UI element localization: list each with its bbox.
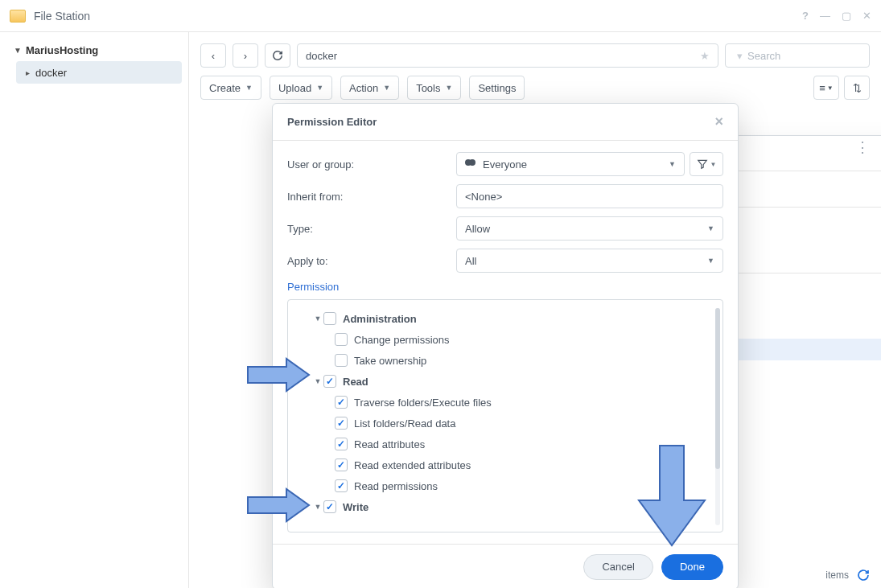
perm-item-list[interactable]: List folders/Read data [294, 413, 716, 434]
reload-icon[interactable] [857, 569, 870, 582]
perm-group-write[interactable]: ▼ Write [294, 496, 716, 517]
perm-group-administration[interactable]: ▼ Administration [294, 308, 716, 329]
chevron-down-icon[interactable]: ▼ [312, 315, 323, 323]
sidebar-root-label: MariusHosting [26, 44, 98, 56]
perm-item-read-perms[interactable]: Read permissions [294, 475, 716, 496]
sidebar-item-docker[interactable]: ▸ docker [16, 61, 182, 84]
group-icon [465, 159, 478, 169]
path-text: docker [306, 50, 337, 62]
permission-editor-title: Permission Editor [287, 116, 377, 128]
upload-button[interactable]: Upload▼ [270, 76, 332, 100]
checkbox[interactable] [335, 438, 348, 450]
type-label: Type: [287, 223, 456, 235]
checkbox[interactable] [335, 479, 348, 492]
permission-tree: ▼ Administration Change permissions Take… [287, 299, 723, 532]
more-menu-icon[interactable]: ⋮ [855, 138, 870, 156]
user-or-group-value: Everyone [483, 158, 527, 171]
sidebar-item-label: docker [35, 67, 67, 79]
checkbox[interactable] [335, 458, 348, 471]
permission-editor-modal: Permission Editor × User or group: Every… [272, 103, 739, 588]
chevron-down-icon[interactable]: ▼ [312, 503, 323, 511]
apply-to-select[interactable]: All▼ [456, 249, 723, 273]
perm-group-read[interactable]: ▼ Read [294, 371, 716, 392]
minimize-icon[interactable]: — [820, 10, 830, 22]
footer-info: items [825, 569, 870, 582]
chevron-down-icon[interactable]: ▼ [312, 377, 323, 385]
chevron-down-icon: ▼ [669, 160, 676, 168]
apply-to-label: Apply to: [287, 255, 456, 267]
chevron-down-icon: ▼ [13, 46, 23, 55]
chevron-right-icon: ▸ [23, 68, 32, 77]
read-checkbox[interactable] [323, 375, 336, 388]
checkbox[interactable] [335, 354, 348, 367]
permission-section-label: Permission [287, 281, 723, 293]
cancel-button[interactable]: Cancel [583, 554, 653, 580]
funnel-icon [697, 158, 708, 170]
items-count-label: items [825, 569, 849, 581]
search-box[interactable]: ▾ [725, 43, 870, 68]
app-folder-icon [10, 10, 26, 23]
nav-forward-button[interactable]: › [233, 43, 258, 68]
create-button[interactable]: Create▼ [200, 76, 261, 100]
inherit-from-label: Inherit from: [287, 191, 456, 203]
search-input[interactable] [747, 50, 881, 62]
done-button[interactable]: Done [661, 554, 723, 580]
chevron-down-icon: ▼ [707, 224, 714, 232]
filter-button[interactable]: ▼ [690, 152, 723, 176]
perm-item-change-permissions[interactable]: Change permissions [294, 329, 716, 350]
write-checkbox[interactable] [323, 500, 336, 513]
perm-item-take-ownership[interactable]: Take ownership [294, 350, 716, 371]
action-button[interactable]: Action▼ [340, 76, 399, 100]
refresh-icon [272, 50, 283, 61]
sidebar-root[interactable]: ▼ MariusHosting [6, 39, 182, 61]
perm-item-traverse[interactable]: Traverse folders/Execute files [294, 392, 716, 413]
search-separator: ▾ [737, 50, 743, 62]
app-title: File Station [34, 10, 90, 23]
view-list-button[interactable]: ≡ ▼ [813, 76, 839, 100]
checkbox[interactable] [335, 396, 348, 409]
perm-item-read-attr[interactable]: Read attributes [294, 434, 716, 454]
scrollbar-thumb[interactable] [715, 308, 720, 469]
maximize-icon[interactable]: ▢ [842, 10, 851, 22]
nav-back-button[interactable]: ‹ [200, 43, 226, 68]
tools-button[interactable]: Tools▼ [407, 76, 461, 100]
help-icon[interactable]: ? [802, 10, 809, 22]
user-or-group-select[interactable]: Everyone ▼ [456, 152, 685, 176]
perm-item-read-ext-attr[interactable]: Read extended attributes [294, 454, 716, 475]
titlebar: File Station ? — ▢ ✕ [0, 0, 881, 32]
chevron-down-icon: ▼ [707, 257, 714, 265]
checkbox[interactable] [335, 333, 348, 346]
administration-checkbox[interactable] [323, 312, 336, 325]
permission-editor-close-icon[interactable]: × [714, 113, 723, 130]
type-select[interactable]: Allow▼ [456, 216, 723, 241]
close-icon[interactable]: ✕ [862, 10, 871, 22]
checkbox[interactable] [335, 417, 348, 430]
settings-button[interactable]: Settings [469, 76, 525, 100]
star-icon[interactable]: ★ [700, 50, 710, 62]
sidebar: ▼ MariusHosting ▸ docker [0, 32, 189, 588]
user-or-group-label: User or group: [287, 158, 456, 171]
sort-button[interactable]: ⇅ [844, 76, 870, 100]
inherit-from-field: <None> [456, 184, 723, 208]
path-input[interactable]: docker ★ [297, 43, 718, 68]
refresh-button[interactable] [265, 43, 290, 68]
